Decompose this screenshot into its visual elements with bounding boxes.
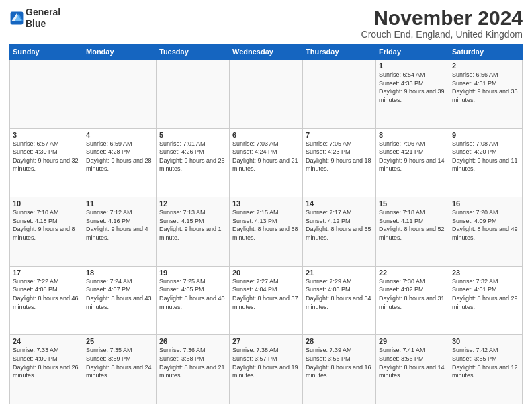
day-number: 27 xyxy=(232,337,300,345)
day-info: Sunrise: 7:13 AM Sunset: 4:15 PM Dayligh… xyxy=(159,208,226,242)
calendar-week-4: 17Sunrise: 7:22 AM Sunset: 4:08 PM Dayli… xyxy=(10,266,523,335)
day-number: 20 xyxy=(232,269,300,277)
day-number: 6 xyxy=(232,131,300,139)
calendar-cell: 18Sunrise: 7:24 AM Sunset: 4:07 PM Dayli… xyxy=(83,266,157,335)
day-info: Sunrise: 7:01 AM Sunset: 4:26 PM Dayligh… xyxy=(159,140,226,173)
day-number: 10 xyxy=(13,199,80,208)
calendar-cell: 1Sunrise: 6:54 AM Sunset: 4:33 PM Daylig… xyxy=(376,60,449,129)
calendar-cell: 8Sunrise: 7:06 AM Sunset: 4:21 PM Daylig… xyxy=(376,128,449,197)
calendar-cell: 19Sunrise: 7:25 AM Sunset: 4:05 PM Dayli… xyxy=(157,266,230,335)
page: General Blue November 2024 Crouch End, E… xyxy=(0,0,532,411)
day-number: 21 xyxy=(306,269,373,277)
calendar-cell: 13Sunrise: 7:15 AM Sunset: 4:13 PM Dayli… xyxy=(230,197,303,267)
calendar-cell: 28Sunrise: 7:39 AM Sunset: 3:56 PM Dayli… xyxy=(303,335,376,404)
logo-icon xyxy=(9,11,24,26)
calendar-cell: 6Sunrise: 7:03 AM Sunset: 4:24 PM Daylig… xyxy=(230,128,303,197)
main-title: November 2024 xyxy=(361,7,523,29)
day-number: 23 xyxy=(452,269,519,277)
col-thursday: Thursday xyxy=(303,44,376,60)
day-info: Sunrise: 7:05 AM Sunset: 4:23 PM Dayligh… xyxy=(306,140,373,173)
calendar-cell: 20Sunrise: 7:27 AM Sunset: 4:04 PM Dayli… xyxy=(230,266,303,335)
day-number: 16 xyxy=(452,199,519,208)
day-info: Sunrise: 7:10 AM Sunset: 4:18 PM Dayligh… xyxy=(13,208,80,242)
day-info: Sunrise: 6:57 AM Sunset: 4:30 PM Dayligh… xyxy=(13,140,80,173)
calendar-cell: 25Sunrise: 7:35 AM Sunset: 3:59 PM Dayli… xyxy=(83,335,157,404)
day-number: 30 xyxy=(452,337,519,345)
calendar-cell: 22Sunrise: 7:30 AM Sunset: 4:02 PM Dayli… xyxy=(376,266,449,335)
calendar-cell: 29Sunrise: 7:41 AM Sunset: 3:56 PM Dayli… xyxy=(376,335,449,404)
day-info: Sunrise: 7:06 AM Sunset: 4:21 PM Dayligh… xyxy=(379,140,446,173)
day-info: Sunrise: 7:38 AM Sunset: 3:57 PM Dayligh… xyxy=(232,346,300,379)
day-info: Sunrise: 7:27 AM Sunset: 4:04 PM Dayligh… xyxy=(232,277,300,311)
day-info: Sunrise: 7:15 AM Sunset: 4:13 PM Dayligh… xyxy=(232,208,300,242)
day-info: Sunrise: 7:20 AM Sunset: 4:09 PM Dayligh… xyxy=(452,208,519,242)
calendar-week-1: 1Sunrise: 6:54 AM Sunset: 4:33 PM Daylig… xyxy=(10,60,523,129)
day-number: 4 xyxy=(86,131,153,139)
col-sunday: Sunday xyxy=(10,44,83,60)
day-info: Sunrise: 7:42 AM Sunset: 3:55 PM Dayligh… xyxy=(452,346,519,379)
calendar-cell: 14Sunrise: 7:17 AM Sunset: 4:12 PM Dayli… xyxy=(303,197,376,267)
calendar-cell xyxy=(83,60,157,129)
day-info: Sunrise: 7:08 AM Sunset: 4:20 PM Dayligh… xyxy=(452,140,519,173)
calendar-cell xyxy=(303,60,376,129)
col-saturday: Saturday xyxy=(449,44,523,60)
calendar-cell: 27Sunrise: 7:38 AM Sunset: 3:57 PM Dayli… xyxy=(230,335,303,404)
day-info: Sunrise: 7:33 AM Sunset: 4:00 PM Dayligh… xyxy=(13,346,80,379)
calendar-cell xyxy=(230,60,303,129)
calendar-week-3: 10Sunrise: 7:10 AM Sunset: 4:18 PM Dayli… xyxy=(10,197,523,267)
day-info: Sunrise: 7:35 AM Sunset: 3:59 PM Dayligh… xyxy=(86,346,153,379)
day-info: Sunrise: 6:54 AM Sunset: 4:33 PM Dayligh… xyxy=(379,71,446,104)
day-number: 17 xyxy=(13,269,80,277)
day-info: Sunrise: 7:18 AM Sunset: 4:11 PM Dayligh… xyxy=(379,208,446,242)
day-info: Sunrise: 7:03 AM Sunset: 4:24 PM Dayligh… xyxy=(232,140,300,173)
calendar-cell: 26Sunrise: 7:36 AM Sunset: 3:58 PM Dayli… xyxy=(157,335,230,404)
subtitle: Crouch End, England, United Kingdom xyxy=(361,29,523,40)
calendar-cell: 11Sunrise: 7:12 AM Sunset: 4:16 PM Dayli… xyxy=(83,197,157,267)
calendar-body: 1Sunrise: 6:54 AM Sunset: 4:33 PM Daylig… xyxy=(10,60,523,404)
day-number: 25 xyxy=(86,337,153,345)
logo-text: General Blue xyxy=(26,7,60,30)
day-number: 22 xyxy=(379,269,446,277)
col-tuesday: Tuesday xyxy=(157,44,230,60)
calendar-week-2: 3Sunrise: 6:57 AM Sunset: 4:30 PM Daylig… xyxy=(10,128,523,197)
col-friday: Friday xyxy=(376,44,449,60)
calendar-cell: 4Sunrise: 6:59 AM Sunset: 4:28 PM Daylig… xyxy=(83,128,157,197)
title-block: November 2024 Crouch End, England, Unite… xyxy=(361,7,523,40)
day-info: Sunrise: 7:39 AM Sunset: 3:56 PM Dayligh… xyxy=(306,346,373,379)
day-number: 14 xyxy=(306,199,373,208)
calendar-cell xyxy=(10,60,83,129)
day-number: 7 xyxy=(306,131,373,139)
day-number: 29 xyxy=(379,337,446,345)
day-number: 3 xyxy=(13,131,80,139)
calendar-cell: 5Sunrise: 7:01 AM Sunset: 4:26 PM Daylig… xyxy=(157,128,230,197)
day-number: 8 xyxy=(379,131,446,139)
day-info: Sunrise: 7:17 AM Sunset: 4:12 PM Dayligh… xyxy=(306,208,373,242)
day-number: 11 xyxy=(86,199,153,208)
calendar-cell: 23Sunrise: 7:32 AM Sunset: 4:01 PM Dayli… xyxy=(449,266,523,335)
calendar-cell: 30Sunrise: 7:42 AM Sunset: 3:55 PM Dayli… xyxy=(449,335,523,404)
col-wednesday: Wednesday xyxy=(230,44,303,60)
calendar: Sunday Monday Tuesday Wednesday Thursday… xyxy=(9,44,523,404)
calendar-header: Sunday Monday Tuesday Wednesday Thursday… xyxy=(10,44,523,60)
day-info: Sunrise: 6:56 AM Sunset: 4:31 PM Dayligh… xyxy=(452,71,519,104)
calendar-cell: 21Sunrise: 7:29 AM Sunset: 4:03 PM Dayli… xyxy=(303,266,376,335)
day-number: 24 xyxy=(13,337,80,345)
day-number: 12 xyxy=(159,199,226,208)
day-info: Sunrise: 7:12 AM Sunset: 4:16 PM Dayligh… xyxy=(86,208,153,242)
day-number: 19 xyxy=(159,269,226,277)
calendar-cell: 16Sunrise: 7:20 AM Sunset: 4:09 PM Dayli… xyxy=(449,197,523,267)
logo: General Blue xyxy=(9,7,60,30)
day-number: 2 xyxy=(452,62,519,70)
calendar-cell: 3Sunrise: 6:57 AM Sunset: 4:30 PM Daylig… xyxy=(10,128,83,197)
day-number: 18 xyxy=(86,269,153,277)
header-row: Sunday Monday Tuesday Wednesday Thursday… xyxy=(10,44,523,60)
calendar-cell: 24Sunrise: 7:33 AM Sunset: 4:00 PM Dayli… xyxy=(10,335,83,404)
day-info: Sunrise: 6:59 AM Sunset: 4:28 PM Dayligh… xyxy=(86,140,153,173)
day-number: 26 xyxy=(159,337,226,345)
col-monday: Monday xyxy=(83,44,157,60)
calendar-cell: 9Sunrise: 7:08 AM Sunset: 4:20 PM Daylig… xyxy=(449,128,523,197)
day-number: 28 xyxy=(306,337,373,345)
day-info: Sunrise: 7:36 AM Sunset: 3:58 PM Dayligh… xyxy=(159,346,226,379)
day-number: 15 xyxy=(379,199,446,208)
day-info: Sunrise: 7:24 AM Sunset: 4:07 PM Dayligh… xyxy=(86,277,153,311)
